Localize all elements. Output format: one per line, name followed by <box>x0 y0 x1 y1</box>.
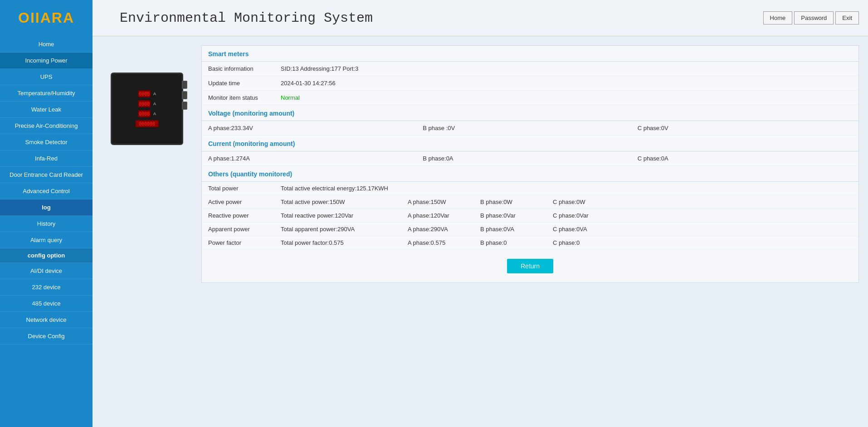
sidebar-item-485[interactable]: 485 device <box>0 296 93 312</box>
power-row-2: Reactive power Total reactive power:120V… <box>202 209 858 223</box>
monitor-status-row: Monitor item status Normal <box>202 91 858 105</box>
meter-device: 0000 A 0000 A 0000 A 000000 <box>111 73 183 145</box>
power-row-0: Total power Total active electrical ener… <box>202 182 858 195</box>
sidebar-item-232[interactable]: 232 device <box>0 279 93 296</box>
voltage-title: Voltage (monitoring amount) <box>202 105 858 121</box>
meter-image-area: 0000 A 0000 A 0000 A 000000 <box>102 45 192 283</box>
sidebar-item-network[interactable]: Network device <box>0 312 93 328</box>
monitor-status-value: Normal <box>281 94 300 101</box>
meter-row-4: 000000 <box>135 120 159 127</box>
current-b: B phase:0A <box>423 155 637 162</box>
exit-button[interactable]: Exit <box>835 11 859 24</box>
meter-side-btn-1 <box>182 81 187 89</box>
info-panel: Smart meters Basic information SID:13 Ad… <box>201 45 859 283</box>
sidebar: Home Incoming Power UPS Temperature/Humi… <box>0 36 93 427</box>
meter-row-3: 0000 A <box>138 110 156 117</box>
password-button[interactable]: Password <box>794 11 834 24</box>
sidebar-item-door-entrance[interactable]: Door Entrance Card Reader <box>0 167 93 183</box>
power-row-3: Apparent power Total apparent power:290V… <box>202 223 858 236</box>
voltage-c: C phase:0V <box>638 125 852 131</box>
smart-meter-panel: 0000 A 0000 A 0000 A 000000 <box>102 45 859 283</box>
meter-row-1: 0000 A <box>138 90 156 97</box>
header: OIIARA Environmental Monitoring System H… <box>0 0 868 36</box>
home-button[interactable]: Home <box>763 11 793 24</box>
basic-info-label: Basic information <box>208 65 281 72</box>
return-button[interactable]: Return <box>507 259 553 273</box>
sidebar-config-option[interactable]: config option <box>0 248 93 263</box>
layout: Home Incoming Power UPS Temperature/Humi… <box>0 36 868 427</box>
power-row-4: Power factor Total power factor:0.575 A … <box>202 236 858 250</box>
sidebar-item-temperature-humidity[interactable]: Temperature/Humidity <box>0 85 93 102</box>
header-buttons: Home Password Exit <box>763 11 868 24</box>
basic-info-row: Basic information SID:13 Addressing:177 … <box>202 62 858 76</box>
sidebar-item-history[interactable]: History <box>0 216 93 232</box>
page-title: Environmental Monitoring System <box>120 10 373 26</box>
main-content: 0000 A 0000 A 0000 A 000000 <box>93 36 868 427</box>
sidebar-item-advanced-control[interactable]: Advanced Control <box>0 183 93 199</box>
return-btn-row: Return <box>202 250 858 282</box>
logo-area: OIIARA <box>0 0 93 36</box>
sidebar-item-home[interactable]: Home <box>0 36 93 53</box>
sidebar-item-ai-di[interactable]: AI/DI device <box>0 263 93 279</box>
voltage-b: B phase :0V <box>423 125 637 131</box>
sidebar-item-smoke-detector[interactable]: Smoke Detector <box>0 134 93 150</box>
current-row: A phase:1.274A B phase:0A C phase:0A <box>202 151 858 166</box>
basic-info-value: SID:13 Addressing:177 Port:3 <box>281 65 358 72</box>
current-a: A phase:1.274A <box>208 155 423 162</box>
smart-meters-title: Smart meters <box>202 46 858 62</box>
update-time-row: Update time 2024-01-30 14:27:56 <box>202 76 858 91</box>
others-title: Others (quantity monitored) <box>202 166 858 182</box>
sidebar-item-ups[interactable]: UPS <box>0 69 93 85</box>
update-time-value: 2024-01-30 14:27:56 <box>281 80 336 87</box>
sidebar-item-log[interactable]: log <box>0 199 93 216</box>
title-area: Environmental Monitoring System <box>93 10 763 26</box>
monitor-status-label: Monitor item status <box>208 94 281 101</box>
sidebar-item-device-config[interactable]: Device Config <box>0 328 93 345</box>
logo: OIIARA <box>18 10 74 26</box>
voltage-row: A phase:233.34V B phase :0V C phase:0V <box>202 121 858 136</box>
sidebar-item-incoming-power[interactable]: Incoming Power <box>0 53 93 69</box>
current-c: C phase:0A <box>638 155 852 162</box>
power-row-1: Active power Total active power:150W A p… <box>202 195 858 209</box>
sidebar-item-alarm-query[interactable]: Alarm query <box>0 232 93 248</box>
current-title: Current (monitoring amount) <box>202 136 858 151</box>
sidebar-item-water-leak[interactable]: Water Leak <box>0 102 93 118</box>
power-table: Total power Total active electrical ener… <box>202 182 858 250</box>
meter-side-btn-2 <box>182 91 187 99</box>
update-time-label: Update time <box>208 80 281 87</box>
voltage-a: A phase:233.34V <box>208 125 423 131</box>
meter-side-btn-3 <box>182 102 187 110</box>
meter-row-2: 0000 A <box>138 100 156 107</box>
sidebar-item-precise-air[interactable]: Precise Air-Conditioning <box>0 118 93 134</box>
sidebar-item-infa-red[interactable]: Infa-Red <box>0 150 93 167</box>
